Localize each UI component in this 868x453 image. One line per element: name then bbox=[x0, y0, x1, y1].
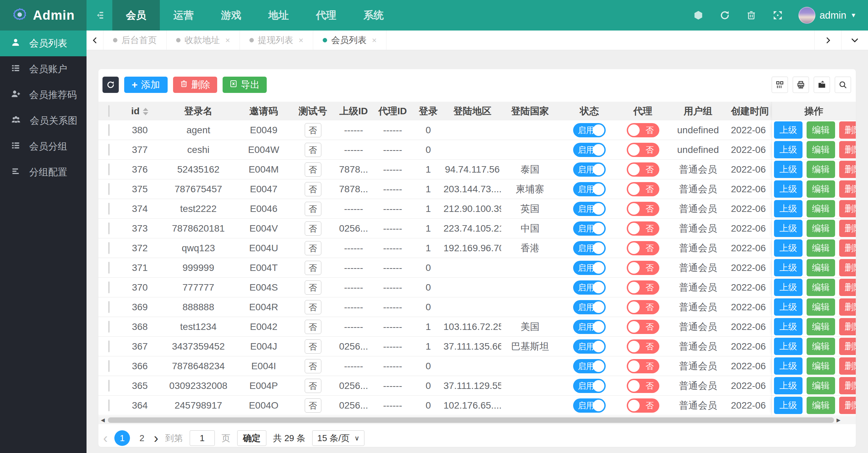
row-checkbox[interactable] bbox=[108, 262, 110, 274]
tabs-scroll-left-icon[interactable] bbox=[87, 31, 103, 50]
scroll-left-icon[interactable]: ◀ bbox=[98, 416, 107, 424]
row-checkbox[interactable] bbox=[108, 399, 110, 411]
parent-button[interactable]: 上级 bbox=[774, 239, 803, 257]
parent-button[interactable]: 上级 bbox=[774, 161, 803, 178]
edit-button[interactable]: 编辑 bbox=[807, 259, 835, 276]
parent-button[interactable]: 上级 bbox=[774, 180, 803, 198]
delete-row-button[interactable]: 删除 bbox=[839, 279, 856, 296]
status-toggle[interactable]: 启用 bbox=[573, 398, 606, 413]
tab-0[interactable]: 后台首页 bbox=[103, 31, 167, 50]
status-toggle[interactable]: 启用 bbox=[573, 241, 606, 255]
agent-toggle[interactable]: 否 bbox=[627, 379, 659, 393]
tab-close-icon[interactable]: × bbox=[299, 36, 303, 45]
scrollbar-thumb[interactable] bbox=[108, 417, 834, 423]
sidebar-item-0[interactable]: 会员列表 bbox=[0, 31, 87, 56]
row-checkbox[interactable] bbox=[108, 183, 110, 195]
status-toggle[interactable]: 启用 bbox=[573, 202, 606, 216]
delete-row-button[interactable]: 删除 bbox=[839, 259, 856, 276]
sidebar-item-1[interactable]: 会员账户 bbox=[0, 56, 87, 82]
row-checkbox[interactable] bbox=[108, 163, 110, 175]
columns-icon[interactable] bbox=[772, 77, 788, 93]
parent-button[interactable]: 上级 bbox=[774, 318, 803, 335]
edit-button[interactable]: 编辑 bbox=[807, 141, 835, 158]
delete-row-button[interactable]: 删除 bbox=[839, 318, 856, 335]
row-checkbox[interactable] bbox=[108, 144, 110, 156]
agent-toggle[interactable]: 否 bbox=[627, 162, 659, 177]
page-next-icon[interactable]: › bbox=[154, 431, 158, 445]
edit-button[interactable]: 编辑 bbox=[807, 357, 835, 375]
delete-button[interactable]: 删除 bbox=[173, 77, 217, 93]
parent-button[interactable]: 上级 bbox=[774, 220, 803, 237]
row-checkbox[interactable] bbox=[108, 301, 110, 313]
print-icon[interactable] bbox=[793, 77, 809, 93]
agent-toggle[interactable]: 否 bbox=[627, 398, 659, 413]
add-button[interactable]: + 添加 bbox=[124, 77, 168, 93]
status-toggle[interactable]: 启用 bbox=[573, 143, 606, 157]
select-all-checkbox[interactable] bbox=[108, 105, 110, 117]
parent-button[interactable]: 上级 bbox=[774, 377, 803, 394]
sidebar-collapse-icon[interactable] bbox=[87, 0, 112, 31]
tab-2[interactable]: 提现列表× bbox=[240, 31, 313, 50]
status-toggle[interactable]: 启用 bbox=[573, 379, 606, 393]
export-button[interactable]: 导出 bbox=[223, 77, 267, 93]
edit-button[interactable]: 编辑 bbox=[807, 377, 835, 394]
delete-row-button[interactable]: 删除 bbox=[839, 338, 856, 355]
row-checkbox[interactable] bbox=[108, 360, 110, 372]
sidebar-item-5[interactable]: 分组配置 bbox=[0, 159, 87, 185]
row-checkbox[interactable] bbox=[108, 281, 110, 293]
delete-row-button[interactable]: 删除 bbox=[839, 377, 856, 394]
edit-button[interactable]: 编辑 bbox=[807, 279, 835, 296]
agent-toggle[interactable]: 否 bbox=[627, 182, 659, 196]
status-toggle[interactable]: 启用 bbox=[573, 339, 606, 354]
edit-button[interactable]: 编辑 bbox=[807, 239, 835, 257]
parent-button[interactable]: 上级 bbox=[774, 259, 803, 276]
status-toggle[interactable]: 启用 bbox=[573, 221, 606, 236]
delete-row-button[interactable]: 删除 bbox=[839, 200, 856, 217]
agent-toggle[interactable]: 否 bbox=[627, 339, 659, 354]
scroll-right-icon[interactable]: ▶ bbox=[834, 416, 843, 424]
refresh-icon[interactable] bbox=[719, 9, 731, 21]
edit-button[interactable]: 编辑 bbox=[807, 298, 835, 316]
status-toggle[interactable]: 启用 bbox=[573, 359, 606, 373]
export-file-icon[interactable] bbox=[814, 77, 830, 93]
row-checkbox[interactable] bbox=[108, 124, 110, 136]
goto-page-input[interactable] bbox=[190, 430, 215, 446]
delete-row-button[interactable]: 删除 bbox=[839, 180, 856, 198]
tab-close-icon[interactable]: × bbox=[372, 36, 377, 45]
parent-button[interactable]: 上级 bbox=[774, 121, 803, 139]
tabs-scroll-right-icon[interactable] bbox=[814, 31, 841, 50]
tab-1[interactable]: 收款地址× bbox=[167, 31, 240, 50]
delete-row-button[interactable]: 删除 bbox=[839, 298, 856, 316]
agent-toggle[interactable]: 否 bbox=[627, 320, 659, 334]
agent-toggle[interactable]: 否 bbox=[627, 280, 659, 295]
sidebar-item-3[interactable]: 会员关系图 bbox=[0, 108, 87, 134]
edit-button[interactable]: 编辑 bbox=[807, 220, 835, 237]
tab-3[interactable]: 会员列表× bbox=[313, 31, 386, 50]
delete-row-button[interactable]: 删除 bbox=[839, 121, 856, 139]
agent-toggle[interactable]: 否 bbox=[627, 202, 659, 216]
agent-toggle[interactable]: 否 bbox=[627, 221, 659, 236]
delete-row-button[interactable]: 删除 bbox=[839, 220, 856, 237]
parent-button[interactable]: 上级 bbox=[774, 279, 803, 296]
parent-button[interactable]: 上级 bbox=[774, 141, 803, 158]
hexagon-icon[interactable] bbox=[693, 9, 704, 21]
parent-button[interactable]: 上级 bbox=[774, 298, 803, 316]
status-toggle[interactable]: 启用 bbox=[573, 261, 606, 275]
nav-item-4[interactable]: 代理 bbox=[302, 0, 350, 31]
delete-row-button[interactable]: 删除 bbox=[839, 397, 856, 414]
brand[interactable]: Admin bbox=[0, 0, 87, 31]
search-icon[interactable] bbox=[835, 77, 851, 93]
delete-row-button[interactable]: 删除 bbox=[839, 239, 856, 257]
trash-icon[interactable] bbox=[746, 9, 757, 21]
agent-toggle[interactable]: 否 bbox=[627, 261, 659, 275]
nav-item-0[interactable]: 会员 bbox=[112, 0, 160, 31]
delete-row-button[interactable]: 删除 bbox=[839, 141, 856, 158]
edit-button[interactable]: 编辑 bbox=[807, 180, 835, 198]
status-toggle[interactable]: 启用 bbox=[573, 320, 606, 334]
status-toggle[interactable]: 启用 bbox=[573, 280, 606, 295]
row-checkbox[interactable] bbox=[108, 222, 110, 234]
sidebar-item-4[interactable]: 会员分组 bbox=[0, 134, 87, 159]
sidebar-item-2[interactable]: 会员推荐码 bbox=[0, 82, 87, 108]
row-checkbox[interactable] bbox=[108, 203, 110, 215]
nav-item-2[interactable]: 游戏 bbox=[207, 0, 255, 31]
